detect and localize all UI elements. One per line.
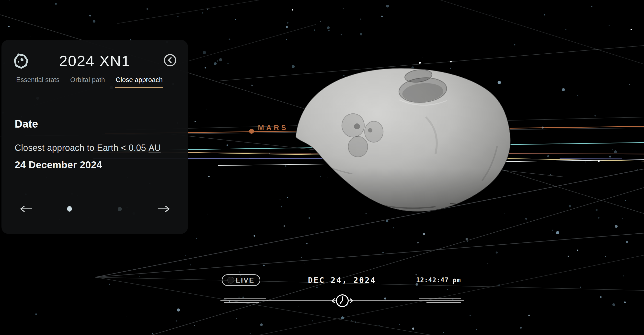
asteroid-3d-model[interactable]	[294, 66, 512, 213]
live-indicator-dot	[227, 277, 234, 283]
date-display: DEC 24, 2024	[308, 274, 376, 286]
arrow-right-icon	[157, 205, 171, 213]
info-panel: 2024 XN1 Essential stats Orbital path Cl…	[2, 40, 188, 234]
panel-pager	[2, 202, 188, 216]
page-dot-1[interactable]	[67, 206, 72, 212]
time-slider-handle[interactable]	[331, 293, 354, 308]
object-title: 2024 XN1	[2, 52, 188, 70]
tab-orbital-path[interactable]: Orbital path	[70, 76, 106, 87]
time-slider[interactable]	[0, 291, 644, 311]
mars-label[interactable]: MARS	[258, 123, 288, 132]
close-approach-date: 24 December 2024	[15, 159, 102, 170]
time-display: 12:42:47 pm	[416, 274, 461, 286]
tab-close-approach[interactable]: Close approach	[115, 76, 163, 88]
collapse-panel-button[interactable]	[164, 54, 177, 67]
panel-tabs: Essential stats Orbital path Close appro…	[16, 76, 163, 88]
live-button[interactable]: LIVE	[222, 274, 260, 286]
previous-page-button[interactable]	[19, 205, 33, 213]
au-unit-link[interactable]: AU	[148, 143, 161, 153]
section-heading: Date	[15, 118, 38, 130]
tab-essential-stats[interactable]: Essential stats	[16, 76, 60, 87]
page-dot-2[interactable]	[118, 207, 122, 211]
time-slider-track	[0, 291, 644, 311]
mars-planet-dot[interactable]	[249, 129, 254, 134]
next-page-button[interactable]	[157, 205, 171, 213]
chevron-left-circle-icon	[164, 54, 177, 67]
clock-icon	[331, 293, 354, 308]
arrow-left-icon	[19, 205, 33, 213]
panel-header: 2024 XN1	[2, 40, 188, 77]
approach-description-text: Closest approach to Earth < 0.05	[15, 143, 146, 153]
approach-description: Closest approach to Earth < 0.05AU	[15, 143, 161, 153]
live-button-label: LIVE	[234, 276, 256, 284]
